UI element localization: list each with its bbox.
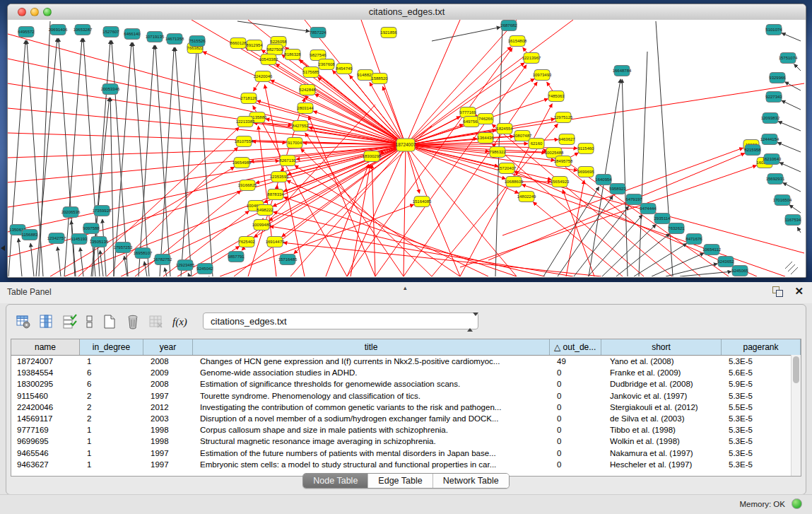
graph-node[interactable]: 1921856 (380, 28, 397, 38)
graph-node[interactable]: 18724007 (396, 139, 416, 151)
graph-node[interactable]: 10973493 (533, 70, 552, 81)
delete-table-button[interactable] (148, 313, 165, 330)
graph-node[interactable]: 9097588 (83, 223, 100, 234)
graph-node[interactable]: 13505135 (90, 237, 109, 247)
graph-node[interactable]: 16914479 (266, 237, 285, 247)
graph-node[interactable]: 8215958 (744, 145, 761, 156)
graph-node[interactable]: 1167534 (785, 215, 802, 226)
graph-node[interactable]: 17359928 (93, 206, 112, 216)
graph-node[interactable]: 9699695 (577, 167, 594, 177)
graph-node[interactable]: 9474444 (640, 204, 657, 214)
graph-node[interactable]: 10719135 (146, 32, 165, 42)
graph-node[interactable]: 18495758 (554, 156, 573, 167)
table-row[interactable]: 946362711997Embryonic stem cells: a mode… (11, 459, 801, 470)
graph-node[interactable]: 18107554 (235, 136, 254, 147)
network-window-titlebar[interactable]: citations_edges.txt (8, 4, 806, 21)
graph-node[interactable]: 6466140 (124, 29, 141, 40)
table-row[interactable]: 911546021997Tourette syndrome. Phenomeno… (11, 390, 801, 402)
graph-node[interactable]: 7632621 (668, 223, 685, 234)
graph-node[interactable]: 20206536 (61, 207, 81, 218)
graph-node[interactable]: 17016504 (773, 195, 792, 206)
graph-node[interactable]: 19166825 (238, 180, 257, 191)
graph-node[interactable]: 14802249 (517, 192, 536, 202)
graph-node[interactable]: 1145193 (71, 234, 88, 245)
graph-node[interactable]: 9245042 (196, 264, 213, 274)
graph-node[interactable]: 9115460 (578, 144, 595, 154)
graph-node[interactable]: 8912954 (246, 40, 263, 51)
graph-node[interactable]: 2367608 (318, 59, 335, 70)
graph-node[interactable]: 8454749 (336, 64, 353, 74)
graph-node[interactable]: 9463627 (558, 134, 575, 145)
graph-node[interactable]: 8878334 (267, 189, 284, 200)
graph-node[interactable]: 746266 (478, 114, 493, 124)
graph-node[interactable]: 2935114 (654, 214, 671, 224)
graph-node[interactable]: 15692931 (766, 174, 785, 185)
show-columns-button[interactable] (38, 313, 55, 330)
table-row[interactable]: 946554611997Estimation of the future num… (11, 448, 801, 459)
graph-node[interactable]: 12353593 (270, 172, 289, 182)
graph-node[interactable]: 2687682 (500, 21, 517, 31)
graph-node[interactable]: 5175685 (302, 67, 319, 78)
graph-node[interactable]: 2803144 (297, 103, 314, 114)
network-window[interactable]: citations_edges.txt 18724007183002957663… (7, 4, 806, 278)
graph-node[interactable]: 8267130 (279, 156, 296, 166)
graph-node[interactable]: 1364436 (477, 133, 494, 144)
graph-node[interactable]: 16648784 (613, 66, 632, 76)
graph-node[interactable]: 15164085 (413, 197, 432, 207)
table-mode-button[interactable] (15, 313, 32, 330)
table-select-combo[interactable]: citations_edges.txt (203, 313, 478, 329)
graph-node[interactable]: 10099489 (252, 220, 271, 230)
graph-node[interactable]: 62160 (529, 139, 544, 149)
graph-node[interactable]: 12975125 (554, 112, 573, 123)
graph-node[interactable]: 6495572 (18, 27, 35, 37)
graph-node[interactable]: 19654985 (233, 158, 252, 168)
graph-node[interactable]: 18300295 (363, 151, 382, 162)
graph-node[interactable]: 8427552 (292, 121, 309, 132)
table-row[interactable]: 1456911722003Disruption of a novel membe… (11, 413, 801, 424)
create-column-button[interactable] (101, 313, 118, 330)
graph-node[interactable]: 7485063 (548, 91, 565, 102)
graph-node[interactable]: 7857224 (310, 28, 326, 38)
graph-node[interactable]: 22420046 (254, 71, 273, 82)
graph-node[interactable]: 12213967 (522, 53, 541, 64)
graph-node[interactable]: 12923485 (176, 260, 195, 271)
table-row[interactable]: 969969511998Structural magnetic resonanc… (11, 436, 801, 447)
graph-node[interactable]: 5498222 (257, 205, 273, 216)
graph-node[interactable]: 5242848 (299, 85, 316, 95)
graph-node[interactable]: 17957253 (114, 243, 133, 253)
graph-node[interactable]: 9245065 (731, 266, 748, 276)
table-panel-header[interactable]: Table Panel ▴ ✕ (0, 282, 812, 303)
graph-node[interactable]: 6479197 (625, 194, 642, 205)
graph-node[interactable]: 7515526 (189, 36, 206, 47)
graph-node[interactable]: 8186328 (284, 49, 301, 60)
column-header-4[interactable]: △ out_de... (550, 339, 601, 355)
column-header-0[interactable]: name (11, 339, 80, 355)
tab-node-table[interactable]: Node Table (303, 474, 367, 488)
table-row[interactable]: 1872400712008Changes of HCN gene express… (11, 356, 801, 367)
citation-network-graph[interactable]: 1872400718300295766382286601288912954522… (8, 20, 804, 276)
row-height-button[interactable] (85, 313, 95, 330)
graph-node[interactable]: 16154808 (508, 36, 527, 47)
graph-node[interactable]: 1824554 (496, 124, 513, 134)
column-header-5[interactable]: short (601, 339, 722, 355)
graph-node[interactable]: 1640954 (595, 175, 612, 185)
graph-node[interactable]: 9329966 (769, 73, 786, 83)
graph-node[interactable]: 20053346 (101, 84, 120, 95)
table-row[interactable]: 2242004622012Investigating the contribut… (11, 402, 801, 413)
delete-column-button[interactable] (124, 313, 141, 330)
graph-node[interactable]: 917004 (287, 138, 302, 148)
graph-node[interactable]: 12342757 (47, 233, 66, 244)
function-builder-button[interactable]: f(x) (171, 316, 189, 328)
graph-node[interactable]: 15751074 (779, 53, 798, 64)
graph-node[interactable]: 8471676 (686, 234, 702, 245)
graph-node[interactable]: 12444154 (760, 134, 779, 145)
graph-node[interactable]: 16958107 (134, 248, 153, 259)
graph-node[interactable]: 16782752 (153, 255, 172, 265)
table-scrollbar[interactable] (791, 355, 801, 476)
graph-node[interactable]: 9243652 (717, 257, 734, 267)
graph-node[interactable]: 14671358 (165, 34, 184, 45)
column-header-6[interactable]: pagerank (722, 339, 801, 355)
graph-node[interactable]: 10654112 (702, 245, 722, 255)
graph-node[interactable]: 12213383 (236, 117, 255, 127)
table-row[interactable]: 977716911998Corpus callosum shape and si… (11, 424, 801, 436)
